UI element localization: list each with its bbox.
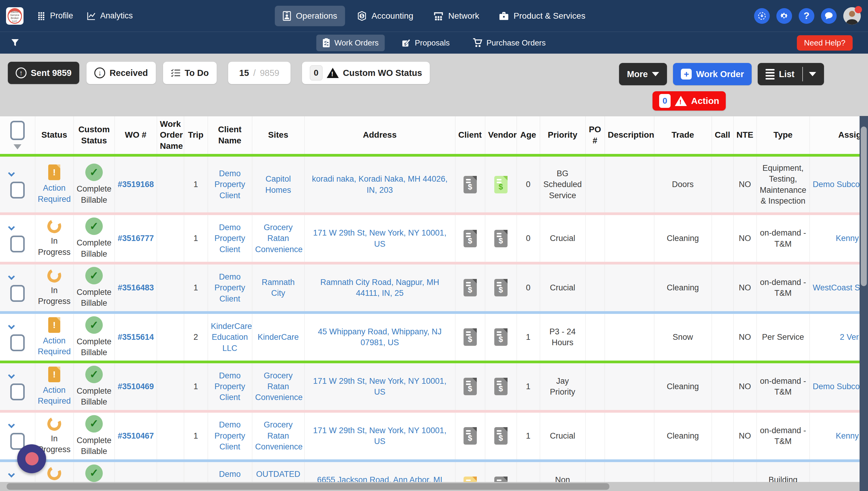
address-link[interactable]: koradi naka, Koradi Naka, MH 44026, IN, … — [312, 174, 448, 194]
app-logo[interactable]: Demo Service Broker LLC — [6, 7, 24, 25]
col-assigned[interactable]: Assig — [810, 116, 860, 155]
address-link[interactable]: 171 W 29th St, New York, NY 10001, US — [313, 426, 446, 446]
help-button[interactable]: ? — [799, 8, 814, 24]
row-checkbox[interactable] — [10, 335, 25, 351]
assigned-link[interactable]: Demo Subco — [813, 180, 860, 189]
vendor-invoice-icon[interactable]: $ — [494, 176, 507, 193]
site-link[interactable]: Ramnath City — [261, 278, 295, 298]
client-invoice-icon[interactable]: $ — [464, 427, 477, 444]
row-expand-chevron[interactable] — [8, 422, 15, 428]
address-link[interactable]: Ramnath City Road, Nagpur, MH 44111, IN,… — [320, 278, 440, 298]
address-link[interactable]: 171 W 29th St, New York, NY 10001, US — [313, 377, 446, 397]
vertical-scrollbar-thumb[interactable] — [861, 126, 867, 286]
status-label[interactable]: Action Required — [38, 182, 71, 205]
row-expand-chevron[interactable] — [8, 323, 15, 329]
col-po-number[interactable]: PO # — [585, 116, 605, 155]
settings-button[interactable] — [776, 8, 792, 24]
wo-number-link[interactable]: #3516483 — [118, 283, 154, 292]
nav-item-profile[interactable]: Profile — [37, 11, 73, 21]
new-work-order-button[interactable]: + Work Order — [673, 63, 752, 85]
row-expand-chevron[interactable] — [8, 170, 15, 177]
row-expand-chevron[interactable] — [8, 470, 15, 478]
address-link[interactable]: 45 Whippany Road, Whippany, NJ 07981, US — [318, 327, 442, 347]
col-description[interactable]: Description — [605, 116, 654, 155]
client-invoice-icon[interactable]: $ — [464, 328, 477, 346]
client-invoice-icon[interactable]: $ — [464, 378, 477, 395]
client-name-link[interactable]: Demo Property Client — [214, 272, 245, 304]
row-checkbox[interactable] — [10, 285, 25, 302]
module-operations[interactable]: Operations — [275, 6, 345, 26]
custom-wo-status-button[interactable]: 0 Custom WO Status — [302, 62, 430, 84]
vendor-invoice-icon[interactable]: $ — [494, 328, 507, 346]
todo-button[interactable]: To Do — [163, 62, 217, 84]
col-trip[interactable]: Trip — [184, 116, 208, 155]
action-button[interactable]: 0 Action — [652, 91, 726, 111]
row-expand-chevron[interactable] — [8, 372, 15, 379]
filter-icon[interactable] — [10, 38, 20, 48]
need-help-button[interactable]: Need Help? — [797, 35, 852, 51]
client-invoice-icon[interactable]: $ — [464, 176, 477, 193]
assigned-link[interactable]: Kenny — [836, 431, 859, 440]
col-age[interactable]: Age — [516, 116, 540, 155]
status-label[interactable]: Action Required — [38, 385, 71, 407]
client-name-link[interactable]: Demo Property Client — [214, 223, 245, 254]
status-label[interactable]: In Progress — [38, 236, 71, 258]
vendor-invoice-icon[interactable]: $ — [494, 427, 507, 444]
list-view-button[interactable]: List — [758, 63, 824, 85]
wo-number-link[interactable]: #3516777 — [118, 234, 154, 243]
module-product-services[interactable]: Product & Services — [491, 6, 593, 26]
chat-button[interactable] — [821, 8, 837, 24]
tab-work-orders[interactable]: Work Orders — [316, 35, 385, 51]
vendor-invoice-icon[interactable]: $ — [494, 230, 507, 247]
module-network[interactable]: Network — [425, 6, 487, 26]
horizontal-scrollbar[interactable] — [0, 482, 860, 491]
module-accounting[interactable]: $ Accounting — [349, 6, 421, 26]
history-button[interactable] — [754, 8, 770, 24]
wo-number-link[interactable]: #3510469 — [118, 382, 154, 391]
received-button[interactable]: ↓ Received — [86, 62, 156, 84]
client-name-link[interactable]: Demo Property Client — [214, 420, 245, 451]
assigned-link[interactable]: Demo Subco — [813, 382, 860, 391]
row-expand-chevron[interactable] — [8, 273, 15, 280]
site-link[interactable]: Grocery Ratan Convenience — [255, 371, 303, 402]
caret-down-icon[interactable] — [809, 72, 816, 76]
user-avatar[interactable] — [843, 7, 861, 25]
row-checkbox[interactable] — [10, 236, 25, 253]
vendor-invoice-icon[interactable]: $ — [494, 378, 507, 395]
wo-number-link[interactable]: #3510467 — [118, 431, 154, 440]
row-checkbox[interactable] — [10, 182, 25, 199]
nav-item-analytics[interactable]: Analytics — [86, 11, 133, 21]
client-name-link[interactable]: Demo Property Client — [214, 371, 245, 402]
site-link[interactable]: Grocery Ratan Convenience — [255, 223, 303, 254]
col-work-order-name[interactable]: Work Order Name — [157, 116, 184, 155]
status-label[interactable]: Action Required — [38, 335, 71, 357]
assigned-link[interactable]: 2 Ver — [840, 333, 859, 342]
col-type[interactable]: Type — [756, 116, 810, 155]
horizontal-scrollbar-thumb[interactable] — [7, 483, 609, 490]
assigned-link[interactable]: WestCoast S — [813, 283, 860, 292]
select-all-checkbox[interactable] — [10, 121, 25, 140]
vertical-scrollbar[interactable] — [860, 116, 868, 491]
status-label[interactable]: In Progress — [38, 285, 71, 307]
client-invoice-icon[interactable]: $ — [464, 279, 477, 296]
col-address[interactable]: Address — [304, 116, 455, 155]
col-wo-number[interactable]: WO # — [114, 116, 157, 155]
vendor-invoice-icon[interactable]: $ — [494, 279, 507, 296]
col-custom-status[interactable]: Custom Status — [74, 116, 114, 155]
assigned-link[interactable]: Kenny — [836, 234, 859, 243]
col-trade[interactable]: Trade — [654, 116, 711, 155]
col-priority[interactable]: Priority — [540, 116, 585, 155]
wo-number-link[interactable]: #3519168 — [118, 180, 154, 189]
wo-number-link[interactable]: #3515614 — [118, 333, 154, 342]
address-link[interactable]: 171 W 29th St, New York, NY 10001, US — [313, 228, 446, 248]
col-sites[interactable]: Sites — [252, 116, 304, 155]
floating-record-button[interactable] — [17, 444, 46, 473]
col-status[interactable]: Status — [35, 116, 74, 155]
site-link[interactable]: Grocery Ratan Convenience — [255, 420, 303, 451]
sent-button[interactable]: ↑ Sent 9859 — [8, 62, 79, 84]
client-name-link[interactable]: KinderCare Education LLC — [211, 322, 252, 353]
client-invoice-icon[interactable]: $ — [464, 230, 477, 247]
col-client[interactable]: Client — [455, 116, 485, 155]
tab-purchase-orders[interactable]: Purchase Orders — [467, 35, 552, 51]
col-nte[interactable]: NTE — [733, 116, 756, 155]
